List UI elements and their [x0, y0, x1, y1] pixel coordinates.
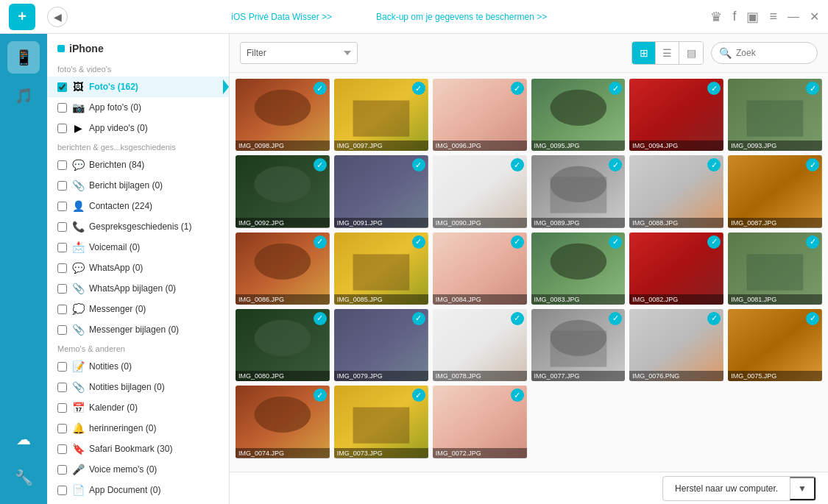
- photo-cell[interactable]: IMG_0073.JPG✓: [334, 386, 428, 458]
- notities-bijlagen-checkbox[interactable]: [57, 383, 67, 392]
- backup-link[interactable]: Back-up om je gegevens te beschermen >>: [376, 12, 547, 22]
- sidebar-item-berichten[interactable]: 💬 Berichten (84): [47, 155, 229, 175]
- restore-button[interactable]: Herstel naar uw computer. ▼: [662, 476, 816, 501]
- view-medium-button[interactable]: ☰: [656, 42, 679, 64]
- photo-cell[interactable]: IMG_0094.JPG✓: [629, 79, 723, 151]
- sidebar-item-voice-memos[interactable]: 🎤 Voice memo's (0): [47, 459, 229, 480]
- svg-rect-16: [550, 177, 606, 213]
- photo-cell[interactable]: IMG_0088.JPG✓: [629, 155, 723, 227]
- berichten-label: Berichten (84): [89, 160, 144, 170]
- app-document-label: App Document (0): [89, 485, 160, 495]
- photo-cell[interactable]: IMG_0075.JPG✓: [728, 309, 822, 381]
- photo-cell[interactable]: IMG_0076.PNG✓: [629, 309, 723, 381]
- filter-select[interactable]: Filter: [240, 42, 358, 64]
- herinneringen-checkbox[interactable]: [57, 424, 67, 433]
- bericht-bijlagen-checkbox[interactable]: [57, 181, 67, 191]
- photo-cell[interactable]: IMG_0082.JPG✓: [629, 233, 723, 305]
- photo-cell[interactable]: IMG_0074.JPG✓: [236, 386, 330, 458]
- photo-cell[interactable]: IMG_0072.JPG✓: [433, 386, 527, 458]
- photo-cell[interactable]: IMG_0098.JPG✓: [236, 79, 330, 151]
- fotos-checkbox[interactable]: [57, 82, 67, 92]
- sidebar-item-bericht-bijlagen[interactable]: 📎 Bericht bijlagen (0): [47, 175, 229, 196]
- photo-cell[interactable]: IMG_0085.JPG✓: [334, 233, 428, 305]
- photo-cell[interactable]: IMG_0089.JPG✓: [531, 155, 626, 227]
- kalender-checkbox[interactable]: [57, 403, 67, 413]
- sidebar-item-voicemail[interactable]: 📩 Voicemail (0): [47, 237, 229, 258]
- photo-cell[interactable]: IMG_0086.JPG✓: [236, 233, 330, 305]
- sidebar-item-app-document[interactable]: 📄 App Document (0): [47, 480, 229, 500]
- gespreks-checkbox[interactable]: [57, 222, 67, 232]
- contacten-icon: 👤: [71, 199, 85, 213]
- photo-cell[interactable]: IMG_0093.JPG✓: [728, 79, 822, 151]
- ios-data-link[interactable]: iOS Privé Data Wisser >>: [231, 12, 332, 22]
- sidebar-item-safari[interactable]: 🔖 Safari Bookmark (30): [47, 439, 229, 459]
- app-fotos-icon: 📷: [71, 101, 85, 114]
- photo-cell[interactable]: IMG_0087.JPG✓: [728, 155, 822, 227]
- photo-cell[interactable]: IMG_0077.JPG✓: [531, 309, 626, 381]
- photo-cell[interactable]: IMG_0091.JPG✓: [334, 155, 428, 227]
- photo-cell[interactable]: IMG_0095.JPG✓: [531, 79, 626, 151]
- sidebar-item-gespreks[interactable]: 📞 Gespreksgeschiedenis (1): [47, 216, 229, 237]
- sidebar-item-whatsapp[interactable]: 💬 WhatsApp (0): [47, 258, 229, 278]
- photo-label: IMG_0084.JPG: [433, 294, 527, 305]
- nav-phone[interactable]: 📱: [7, 41, 40, 74]
- photo-cell[interactable]: IMG_0081.JPG✓: [728, 233, 822, 305]
- app-fotos-checkbox[interactable]: [57, 103, 67, 113]
- sidebar-item-app-videos[interactable]: ▶ App video's (0): [47, 118, 229, 138]
- voice-memos-checkbox[interactable]: [57, 465, 67, 475]
- restore-main-button[interactable]: Herstel naar uw computer.: [663, 478, 790, 499]
- sidebar-item-messenger[interactable]: 💭 Messenger (0): [47, 299, 229, 319]
- sidebar-item-messenger-bijlagen[interactable]: 📎 Messenger bijlagen (0): [47, 319, 229, 340]
- whatsapp-bijlagen-checkbox[interactable]: [57, 284, 67, 294]
- nav-cloud[interactable]: ☁: [7, 423, 40, 455]
- photo-cell[interactable]: IMG_0080.JPG✓: [236, 309, 330, 381]
- close-button[interactable]: ✕: [810, 10, 819, 24]
- view-grid-button[interactable]: ⊞: [632, 42, 656, 64]
- nav-tools[interactable]: 🔧: [7, 461, 40, 494]
- contacten-checkbox[interactable]: [57, 202, 67, 211]
- photo-cell[interactable]: IMG_0079.JPG✓: [334, 309, 428, 381]
- sidebar-item-app-fotos[interactable]: 📷 App foto's (0): [47, 97, 229, 118]
- whatsapp-checkbox[interactable]: [57, 263, 67, 273]
- chat-icon[interactable]: ▣: [746, 9, 759, 25]
- photo-cell[interactable]: IMG_0092.JPG✓: [236, 155, 330, 227]
- photo-label: IMG_0092.JPG: [236, 218, 330, 228]
- minimize-button[interactable]: —: [788, 10, 799, 24]
- photo-cell[interactable]: IMG_0097.JPG✓: [334, 79, 428, 151]
- menu-icon[interactable]: ≡: [769, 9, 777, 24]
- sidebar-item-kalender[interactable]: 📅 Kalender (0): [47, 397, 229, 418]
- app-document-checkbox[interactable]: [57, 486, 67, 495]
- photo-label: IMG_0074.JPG: [236, 448, 330, 458]
- notities-checkbox[interactable]: [57, 362, 67, 372]
- sidebar-item-herinneringen[interactable]: 🔔 herinneringen (0): [47, 418, 229, 439]
- photo-cell[interactable]: IMG_0083.JPG✓: [531, 233, 626, 305]
- nav-music[interactable]: 🎵: [7, 79, 40, 112]
- sidebar-item-whatsapp-bijlagen[interactable]: 📎 WhatsApp bijlagen (0): [47, 278, 229, 299]
- messenger-bijlagen-checkbox[interactable]: [57, 325, 67, 335]
- messenger-checkbox[interactable]: [57, 305, 67, 314]
- view-list-button[interactable]: ▤: [679, 42, 703, 64]
- sidebar-item-contacten[interactable]: 👤 Contacten (224): [47, 196, 229, 216]
- notities-bijlagen-icon: 📎: [71, 380, 85, 394]
- person-icon[interactable]: ♛: [710, 9, 722, 25]
- app-videos-checkbox[interactable]: [57, 124, 67, 133]
- photo-cell[interactable]: IMG_0084.JPG✓: [433, 233, 527, 305]
- voicemail-checkbox[interactable]: [57, 243, 67, 252]
- photo-cell[interactable]: IMG_0078.JPG✓: [433, 309, 527, 381]
- berichten-checkbox[interactable]: [57, 160, 67, 170]
- photo-cell[interactable]: IMG_0096.JPG✓: [433, 79, 527, 151]
- photo-cell[interactable]: IMG_0090.JPG✓: [433, 155, 527, 227]
- back-button[interactable]: ◀: [47, 7, 68, 27]
- sidebar-item-fotos[interactable]: 🖼 Foto's (162): [47, 77, 229, 97]
- photo-check-icon: ✓: [806, 82, 819, 95]
- photo-label: IMG_0097.JPG: [334, 141, 428, 151]
- sidebar-item-notities[interactable]: 📝 Notities (0): [47, 356, 229, 377]
- sidebar-item-notities-bijlagen[interactable]: 📎 Notities bijlagen (0): [47, 377, 229, 397]
- facebook-icon[interactable]: f: [732, 9, 736, 24]
- restore-arrow-button[interactable]: ▼: [790, 477, 815, 500]
- photo-check-icon: ✓: [412, 235, 425, 249]
- safari-checkbox[interactable]: [57, 444, 67, 454]
- search-input[interactable]: [736, 48, 810, 58]
- search-icon: 🔍: [719, 47, 732, 59]
- svg-point-1: [255, 90, 311, 126]
